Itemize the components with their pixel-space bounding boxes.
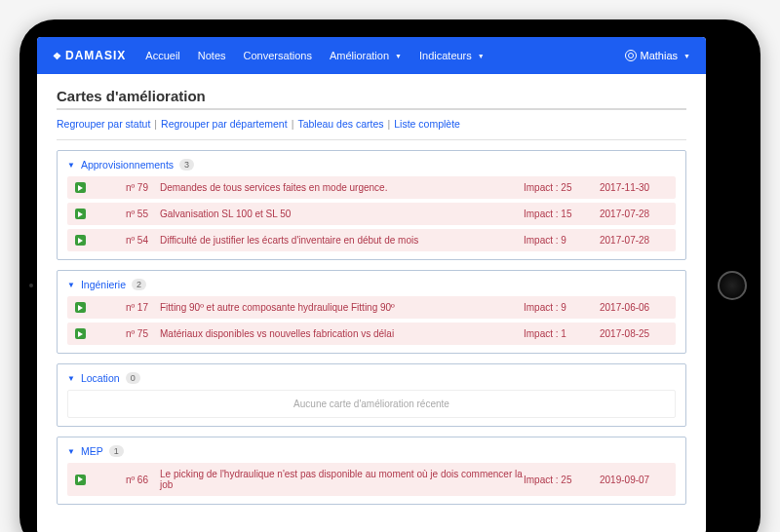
group-header: ▼Location0 [67, 372, 676, 384]
group-box: ▼Approvisionnements3nº 79Demandes de tou… [57, 150, 686, 260]
card-title: Demandes de tous services faites en mode… [160, 182, 524, 193]
count-badge: 3 [179, 159, 194, 171]
card-date: 2017-07-28 [600, 235, 668, 246]
chevron-down-icon: ▼ [683, 53, 690, 59]
card-impact: Impact : 9 [524, 302, 592, 313]
tablet-frame: ❖ DAMASIX AccueilNotesConversationsAméli… [20, 19, 760, 532]
card-date: 2017-11-30 [600, 182, 668, 193]
count-badge: 0 [126, 372, 140, 384]
content-area: Cartes d'amélioration Regrouper par stat… [37, 74, 706, 532]
brand-text: DAMASIX [65, 49, 126, 62]
subnav: Regrouper par statut|Regrouper par dépar… [57, 118, 686, 130]
card-impact: Impact : 1 [524, 328, 592, 339]
card-impact: Impact : 15 [524, 209, 592, 219]
card-row[interactable]: nº 79Demandes de tous services faites en… [67, 176, 676, 199]
card-title: Galvanisation SL 100 et SL 50 [160, 209, 524, 219]
group-box: ▼MEP1nº 66Le picking de l'hydraulique n'… [57, 437, 686, 505]
separator: | [154, 118, 157, 130]
user-name: Mathias [641, 50, 679, 61]
divider [57, 108, 686, 110]
subnav-link[interactable]: Regrouper par département [161, 118, 288, 130]
card-row[interactable]: nº 66Le picking de l'hydraulique n'est p… [67, 463, 676, 496]
count-badge: 2 [132, 279, 146, 290]
nav-item-indicateurs[interactable]: Indicateurs▼ [419, 50, 485, 61]
brand-icon: ❖ [53, 51, 62, 61]
subnav-link[interactable]: Liste complète [394, 118, 460, 130]
nav-item-accueil[interactable]: Accueil [145, 50, 179, 61]
card-number: nº 75 [99, 328, 148, 339]
nav-items: AccueilNotesConversationsAmélioration▼In… [145, 50, 484, 61]
card-number: nº 66 [99, 475, 148, 485]
card-row[interactable]: nº 54Difficulté de justifier les écarts … [67, 229, 676, 251]
count-badge: 1 [109, 445, 124, 457]
play-icon [75, 235, 86, 246]
play-icon [75, 328, 86, 339]
page-title: Cartes d'amélioration [57, 88, 686, 104]
card-number: nº 55 [99, 209, 148, 219]
card-date: 2017-07-28 [600, 209, 668, 219]
nav-label: Notes [198, 50, 226, 61]
play-icon [75, 302, 86, 313]
group-name[interactable]: Location [81, 372, 120, 384]
user-icon [625, 50, 637, 61]
play-icon [75, 209, 86, 219]
separator: | [388, 118, 391, 130]
nav-item-conversations[interactable]: Conversations [244, 50, 312, 61]
nav-item-amélioration[interactable]: Amélioration▼ [330, 50, 402, 61]
card-impact: Impact : 9 [524, 235, 592, 246]
card-row[interactable]: nº 75Matériaux disponibles vs nouvelles … [67, 323, 676, 345]
divider [57, 139, 686, 140]
collapse-caret-icon[interactable]: ▼ [67, 374, 75, 383]
card-number: nº 79 [99, 182, 148, 193]
group-header: ▼Ingénierie2 [67, 279, 676, 290]
card-title: Difficulté de justifier les écarts d'inv… [160, 235, 524, 246]
chevron-down-icon: ▼ [395, 53, 402, 59]
collapse-caret-icon[interactable]: ▼ [67, 161, 75, 170]
card-row[interactable]: nº 17Fitting 90º et autre composante hyd… [67, 296, 676, 319]
group-box: ▼Ingénierie2nº 17Fitting 90º et autre co… [57, 270, 686, 354]
card-title: Le picking de l'hydraulique n'est pas di… [160, 469, 524, 490]
group-name[interactable]: MEP [81, 445, 103, 457]
card-title: Fitting 90º et autre composante hydrauli… [160, 302, 524, 313]
group-name[interactable]: Approvisionnements [81, 159, 174, 171]
chevron-down-icon: ▼ [478, 53, 485, 59]
nav-label: Amélioration [330, 50, 389, 61]
brand-logo[interactable]: ❖ DAMASIX [53, 49, 126, 62]
card-date: 2017-06-06 [600, 302, 668, 313]
card-number: nº 54 [99, 235, 148, 246]
card-impact: Impact : 25 [524, 182, 592, 193]
nav-label: Conversations [244, 50, 312, 61]
play-icon [75, 182, 86, 193]
group-box: ▼Location0Aucune carte d'amélioration ré… [57, 363, 686, 427]
user-menu[interactable]: Mathias ▼ [625, 50, 690, 61]
nav-label: Indicateurs [419, 50, 472, 61]
card-number: nº 17 [99, 302, 148, 313]
card-title: Matériaux disponibles vs nouvelles fabri… [160, 328, 524, 339]
home-button[interactable] [718, 271, 747, 300]
card-impact: Impact : 25 [524, 475, 592, 485]
nav-item-notes[interactable]: Notes [198, 50, 226, 61]
group-name[interactable]: Ingénierie [81, 279, 126, 290]
card-date: 2017-08-25 [600, 328, 668, 339]
collapse-caret-icon[interactable]: ▼ [67, 447, 75, 456]
subnav-link[interactable]: Tableau des cartes [297, 118, 383, 130]
group-header: ▼MEP1 [67, 445, 676, 457]
separator: | [292, 118, 294, 130]
card-date: 2019-09-07 [600, 475, 668, 485]
screen: ❖ DAMASIX AccueilNotesConversationsAméli… [37, 37, 706, 532]
group-header: ▼Approvisionnements3 [67, 159, 676, 171]
subnav-link[interactable]: Regrouper par statut [57, 118, 150, 130]
collapse-caret-icon[interactable]: ▼ [67, 281, 75, 289]
card-row[interactable]: nº 55Galvanisation SL 100 et SL 50Impact… [67, 203, 676, 225]
navbar: ❖ DAMASIX AccueilNotesConversationsAméli… [37, 37, 706, 74]
play-icon [75, 475, 86, 485]
nav-label: Accueil [145, 50, 179, 61]
empty-message: Aucune carte d'amélioration récente [67, 390, 676, 418]
